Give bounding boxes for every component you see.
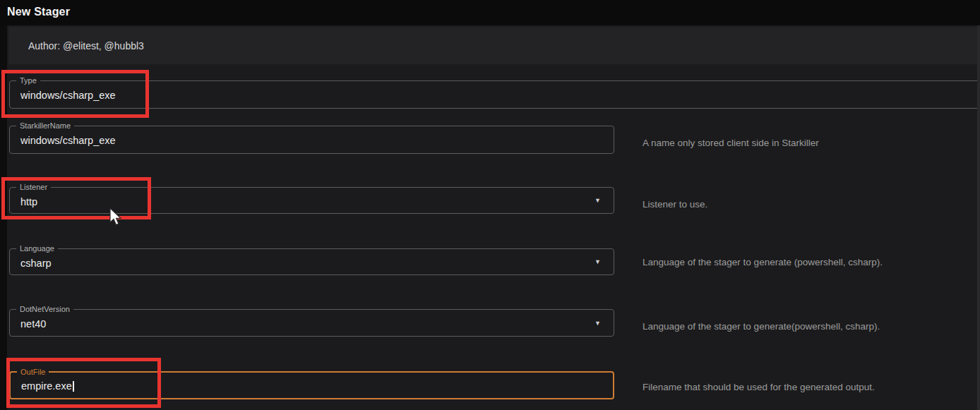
language-helper-text: Language of the stager to generate (powe… xyxy=(643,257,883,267)
language-select[interactable]: Language csharp ▼ xyxy=(9,248,614,275)
mouse-cursor-icon xyxy=(109,207,123,227)
page-title: New Stager xyxy=(7,6,70,18)
language-select-value: csharp xyxy=(10,249,614,269)
starkillername-field-value: windows/csharp_exe xyxy=(10,126,614,146)
author-bar: Author: @elitest, @hubbl3 xyxy=(8,27,980,64)
dropdown-arrow-icon[interactable]: ▼ xyxy=(594,258,601,265)
dotnetversion-helper-text: Language of the stager to generate(power… xyxy=(643,321,880,332)
starkillername-helper-text: A name only stored client side in Starki… xyxy=(643,138,819,148)
starkillername-field[interactable]: StarkillerName windows/csharp_exe xyxy=(9,126,614,154)
scrollbar[interactable] xyxy=(977,25,980,410)
red-highlight-box-type xyxy=(1,70,149,118)
listener-helper-text: Listener to use. xyxy=(643,199,707,210)
outfile-helper-text: Filename that should be used for the gen… xyxy=(643,382,875,392)
type-field-value: windows/csharp_exe xyxy=(10,81,980,101)
red-highlight-box-outfile xyxy=(6,358,161,408)
red-highlight-box-listener xyxy=(1,177,151,219)
dotnetversion-select-value: net40 xyxy=(10,310,614,330)
starkillername-field-label: StarkillerName xyxy=(16,121,74,131)
page-header: New Stager xyxy=(0,0,980,25)
language-select-label: Language xyxy=(16,243,58,253)
author-text: Author: @elitest, @hubbl3 xyxy=(8,40,144,52)
dropdown-arrow-icon[interactable]: ▼ xyxy=(594,320,601,327)
dropdown-arrow-icon[interactable]: ▼ xyxy=(594,197,601,204)
dotnetversion-select-label: DotNetVersion xyxy=(16,304,73,314)
dotnetversion-select[interactable]: DotNetVersion net40 ▼ xyxy=(9,309,614,337)
type-field[interactable]: Type windows/csharp_exe xyxy=(9,80,980,109)
